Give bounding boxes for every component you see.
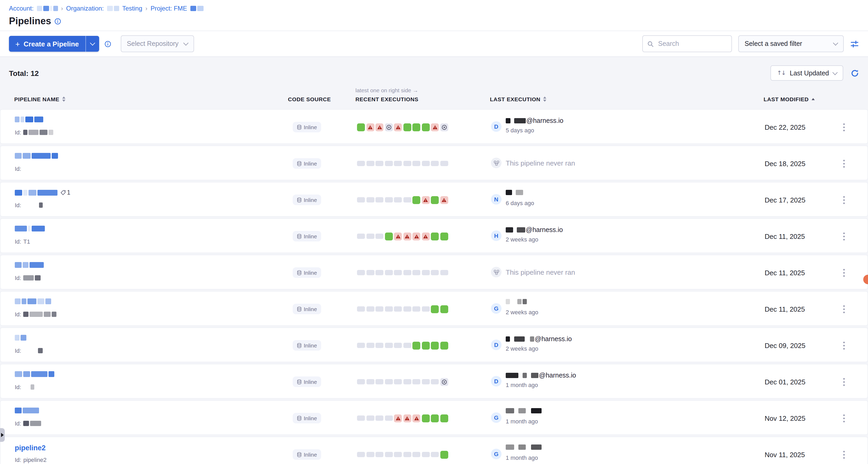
pipeline-icon	[493, 269, 499, 275]
execution-square-success[interactable]	[412, 341, 420, 349]
sort-label: Last Updated	[790, 69, 829, 77]
execution-square-failed[interactable]	[366, 123, 374, 131]
pipeline-row[interactable]: pipeline2Id:pipeline2InlineG1 month agoN…	[0, 437, 868, 464]
execution-square-success[interactable]	[431, 232, 439, 240]
inline-store-icon	[297, 415, 302, 421]
execution-square-failed[interactable]	[394, 414, 402, 422]
search-input[interactable]	[657, 39, 727, 48]
row-menu-button[interactable]	[840, 376, 847, 388]
create-pipeline-button[interactable]: + Create a Pipeline	[9, 36, 99, 52]
breadcrumb-org-name-link[interactable]: Testing	[122, 4, 143, 12]
pipeline-row[interactable]: Id:T1InlineH@harness.io2 weeks agoDec 11…	[0, 218, 868, 253]
execution-square-success[interactable]	[440, 341, 448, 349]
row-menu-button[interactable]	[840, 158, 847, 169]
row-menu-button[interactable]	[840, 340, 847, 351]
redacted-block	[514, 227, 516, 233]
pipeline-row[interactable]: Id:InlineD@harness.io5 days agoDec 22, 2…	[0, 109, 868, 144]
search-box[interactable]	[642, 35, 732, 52]
execution-square-success[interactable]	[357, 123, 365, 131]
refresh-icon[interactable]	[850, 69, 859, 77]
row-menu-button[interactable]	[840, 449, 847, 460]
pipelines-info-icon[interactable]	[54, 18, 61, 25]
pipeline-row[interactable]: Id:InlineD@harness.io2 weeks agoDec 09, …	[0, 328, 868, 362]
panel-expand-handle[interactable]	[0, 428, 5, 442]
pipeline-row[interactable]: Id:InlineG1 month agoNov 12, 2025	[0, 400, 868, 435]
filter-settings-icon[interactable]	[850, 39, 859, 48]
execution-square-success[interactable]	[431, 196, 439, 204]
execution-square-failed[interactable]	[375, 123, 383, 131]
row-menu-button[interactable]	[840, 230, 847, 242]
pipeline-name[interactable]	[15, 153, 58, 159]
pipeline-name[interactable]: 1	[15, 189, 70, 196]
last-modified-date: Dec 11, 2025	[765, 269, 805, 277]
page-title: Pipelines	[9, 16, 51, 27]
execution-square-success[interactable]	[431, 305, 439, 313]
user-avatar: G	[491, 303, 501, 314]
execution-square-success[interactable]	[422, 123, 430, 131]
execution-square-failed[interactable]	[394, 123, 402, 131]
create-pipeline-main[interactable]: + Create a Pipeline	[9, 36, 85, 52]
execution-square-success[interactable]	[440, 232, 448, 240]
execution-square-success[interactable]	[431, 341, 439, 349]
column-last-modified[interactable]: LAST MODIFIED	[764, 96, 814, 102]
execution-square-success[interactable]	[422, 341, 430, 349]
execution-square-failed[interactable]	[422, 196, 430, 204]
execution-square-failed[interactable]	[403, 414, 411, 422]
sort-dropdown[interactable]: ↑↓ Last Updated	[770, 65, 843, 81]
execution-square-success[interactable]	[440, 305, 448, 313]
execution-square-aborted[interactable]	[440, 378, 448, 386]
pipeline-name[interactable]	[15, 262, 44, 268]
breadcrumb-project-link[interactable]: Project: FME	[151, 4, 187, 12]
recent-executions	[357, 437, 448, 464]
column-pipeline-name[interactable]: PIPELINE NAME	[14, 96, 65, 102]
saved-filter-dropdown[interactable]: Select a saved filter	[738, 35, 844, 52]
execution-square-failed[interactable]	[440, 196, 448, 204]
pipeline-name[interactable]	[15, 117, 43, 122]
pipeline-name[interactable]	[15, 408, 39, 413]
pipeline-name[interactable]	[15, 335, 26, 341]
select-repository-dropdown[interactable]: Select Repository	[121, 35, 194, 52]
execution-square-failed[interactable]	[403, 232, 411, 240]
column-last-execution[interactable]: LAST EXECUTION	[490, 96, 546, 102]
pipeline-row[interactable]: Id:InlineD@harness.io1 month agoDec 01, …	[0, 364, 868, 399]
row-menu-button[interactable]	[840, 121, 847, 133]
execution-square-failed[interactable]	[422, 232, 430, 240]
pipeline-row[interactable]: Id:InlineThis pipeline never ranDec 18, …	[0, 146, 868, 180]
pipeline-name[interactable]: pipeline2	[15, 444, 45, 452]
execution-square-aborted[interactable]	[440, 123, 448, 131]
redacted-block	[32, 153, 51, 159]
execution-square-success[interactable]	[412, 196, 420, 204]
redacted-block	[527, 444, 530, 450]
row-menu-button[interactable]	[840, 412, 847, 424]
redacted-block	[518, 408, 526, 413]
execution-square-failed[interactable]	[412, 414, 420, 422]
execution-square-failed[interactable]	[394, 232, 402, 240]
execution-square-success[interactable]	[403, 123, 411, 131]
row-menu-button[interactable]	[840, 267, 847, 278]
code-source-label: Inline	[304, 124, 317, 130]
pipeline-name[interactable]	[15, 371, 54, 377]
execution-square-success[interactable]	[431, 414, 439, 422]
pipeline-row[interactable]: 1Id:InlineN6 days agoDec 17, 2025	[0, 182, 868, 217]
execution-square-success[interactable]	[412, 123, 420, 131]
row-menu-button[interactable]	[840, 194, 847, 206]
redacted-block	[517, 227, 525, 233]
execution-square-success[interactable]	[385, 232, 393, 240]
create-pipeline-info-icon[interactable]	[104, 40, 111, 47]
pipeline-row[interactable]: Id:InlineThis pipeline never ranDec 11, …	[0, 255, 868, 289]
pipeline-name[interactable]	[15, 226, 45, 231]
pipeline-id: Id:pipeline2	[15, 457, 47, 463]
pipeline-name[interactable]	[15, 299, 51, 304]
execution-square-success[interactable]	[422, 414, 430, 422]
breadcrumb-organization-link[interactable]: Organization:	[66, 4, 104, 12]
execution-square-success[interactable]	[440, 451, 448, 459]
pipeline-name-link[interactable]: pipeline2	[15, 444, 45, 452]
breadcrumb-account-link[interactable]: Account:	[9, 4, 33, 12]
execution-square-failed[interactable]	[412, 232, 420, 240]
pipeline-row[interactable]: Id:InlineG2 weeks agoDec 11, 2025	[0, 291, 868, 326]
row-menu-button[interactable]	[840, 303, 847, 315]
execution-square-success[interactable]	[440, 414, 448, 422]
create-pipeline-dropdown[interactable]	[85, 36, 99, 52]
execution-square-failed[interactable]	[431, 123, 439, 131]
execution-square-aborted[interactable]	[385, 123, 393, 131]
